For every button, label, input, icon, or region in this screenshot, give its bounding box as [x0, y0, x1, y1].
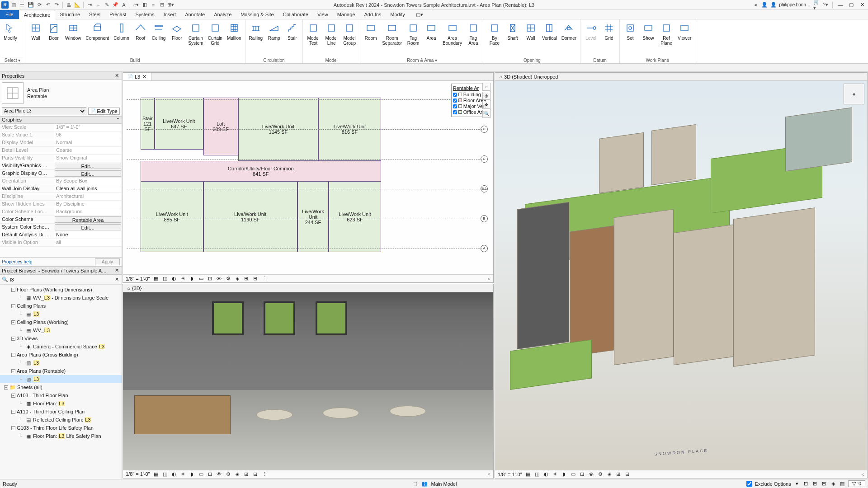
- qat-switch-icon[interactable]: ⊞▾: [167, 1, 174, 9]
- vc-detail-icon[interactable]: ◫: [534, 471, 540, 478]
- panel-label[interactable]: Room & Area ▾: [362, 57, 482, 63]
- expand-icon[interactable]: −: [11, 369, 15, 373]
- ribbon-areaboundary-button[interactable]: Area Boundary: [441, 20, 464, 57]
- maximize-button[interactable]: ▢: [847, 2, 855, 8]
- vc-reveal-icon[interactable]: ◈: [234, 276, 241, 282]
- ribbon-tagarea-button[interactable]: Tag Area: [465, 20, 482, 57]
- vc-unhide-icon[interactable]: 👁: [216, 471, 222, 477]
- tree-view-item[interactable]: └▧L3: [0, 375, 122, 383]
- expand-icon[interactable]: −: [11, 353, 15, 357]
- menu-collaborate[interactable]: Collaborate: [278, 10, 313, 19]
- qat-align-icon[interactable]: ⇥: [86, 1, 93, 9]
- plan-room[interactable]: Live/Work Unit885 SF: [141, 181, 203, 252]
- menu-manage[interactable]: Manage: [333, 10, 360, 19]
- plan-scale[interactable]: 1/8" = 1'-0": [126, 276, 150, 282]
- prop-row[interactable]: Color SchemeRentable Area: [0, 216, 122, 224]
- close-button[interactable]: ✕: [858, 2, 866, 8]
- plan-room[interactable]: Live/Work Unit1190 SF: [203, 181, 297, 252]
- vc-cropvis-icon[interactable]: ⊡: [579, 471, 585, 478]
- vc-detail-icon[interactable]: ◫: [162, 276, 168, 282]
- ribbon-tagroom-button[interactable]: Tag Room: [405, 20, 422, 57]
- qat-dim-icon[interactable]: ↔: [94, 1, 102, 9]
- ribbon-grid-button[interactable]: Grid: [600, 20, 618, 57]
- status-select1-icon[interactable]: ⊡: [803, 481, 809, 487]
- expand-icon[interactable]: −: [11, 337, 15, 341]
- vc-shadow-icon[interactable]: ◗: [189, 276, 195, 282]
- vc-crop-icon[interactable]: ▭: [198, 471, 204, 477]
- menu-systems[interactable]: Systems: [131, 10, 159, 19]
- vc-temp-icon[interactable]: ⚙: [225, 471, 231, 477]
- prop-row[interactable]: Color Scheme Loc…Background: [0, 208, 122, 216]
- vc-vis-icon[interactable]: ⊟: [252, 276, 259, 282]
- tree-branch[interactable]: −Floor Plans (Working Dimensions): [0, 286, 122, 294]
- apply-button[interactable]: Apply: [95, 258, 120, 265]
- menu-architecture[interactable]: Architecture: [19, 10, 56, 19]
- ribbon-window-button[interactable]: Window: [63, 20, 83, 57]
- plan-room[interactable]: Loft289 SF: [203, 98, 238, 155]
- prop-row[interactable]: Graphic Display O…Edit…: [0, 170, 122, 178]
- prop-row[interactable]: Visible In Optionall: [0, 239, 122, 247]
- menu-steel[interactable]: Steel: [85, 10, 105, 19]
- status-main-model[interactable]: Main Model: [431, 481, 457, 487]
- plan-room[interactable]: Live/Work Unit244 SF: [297, 181, 329, 252]
- vc-sun-icon[interactable]: ☀: [552, 471, 558, 478]
- shaded-canvas[interactable]: SNOWDON PLACE ◈: [495, 81, 867, 470]
- prop-row[interactable]: View Scale1/8" = 1'-0": [0, 124, 122, 131]
- ribbon-mullion-button[interactable]: Mullion: [225, 20, 243, 57]
- qat-open-icon[interactable]: ▤: [10, 1, 17, 9]
- vc-crop-icon[interactable]: ▭: [570, 471, 576, 478]
- user-name[interactable]: philippe.bonn…: [779, 2, 811, 7]
- prop-row[interactable]: OrientationBy Scope Box: [0, 178, 122, 185]
- vc-cons-icon[interactable]: ⊞: [243, 276, 250, 282]
- prop-row[interactable]: Visibility/Graphics …Edit…: [0, 162, 122, 170]
- prop-category[interactable]: Graphics⌃: [0, 116, 122, 124]
- modify-button[interactable]: Modify: [2, 20, 19, 57]
- menu-addins[interactable]: Add-Ins: [359, 10, 386, 19]
- vc-vis-icon[interactable]: ⊟: [252, 471, 259, 477]
- vc-display-icon[interactable]: ▦: [525, 471, 531, 478]
- type-selector[interactable]: Area Plan Rentable: [0, 80, 122, 106]
- properties-close-icon[interactable]: ✕: [113, 73, 120, 79]
- ribbon-curtainsystem-button[interactable]: Curtain System: [186, 20, 205, 57]
- qat-sync-icon[interactable]: ⟳: [36, 1, 43, 9]
- ribbon-show-button[interactable]: Show: [640, 20, 657, 57]
- vc-more-icon[interactable]: ⋮: [261, 471, 268, 477]
- ribbon-set-button[interactable]: Set: [622, 20, 639, 57]
- plan-room[interactable]: Live/Work Unit647 SF: [155, 98, 203, 150]
- vc-cons-icon[interactable]: ⊞: [615, 471, 622, 478]
- ribbon-ceiling-button[interactable]: Ceiling: [150, 20, 168, 57]
- selection-count[interactable]: ▽ :0: [848, 480, 865, 487]
- expand-icon[interactable]: −: [4, 385, 8, 389]
- prop-row[interactable]: DisciplineArchitectural: [0, 193, 122, 201]
- ribbon-byface-button[interactable]: By Face: [486, 20, 503, 57]
- vc-reveal-icon[interactable]: ◈: [234, 471, 241, 477]
- qat-open2-icon[interactable]: ☰: [19, 1, 26, 9]
- tree-view-item[interactable]: └▤Reflected Ceiling Plan: L3: [0, 416, 122, 424]
- ribbon-refplane-button[interactable]: Ref Plane: [658, 20, 675, 57]
- plan-tab[interactable]: 📄 L3✕: [123, 73, 151, 80]
- user-icon[interactable]: 👤: [770, 1, 777, 9]
- ribbon-railing-button[interactable]: Railing: [247, 20, 265, 57]
- tree-view-item[interactable]: └▤L3: [0, 310, 122, 318]
- browser-search-clear-icon[interactable]: ✕: [113, 277, 120, 283]
- vc-sun-icon[interactable]: ☀: [180, 276, 186, 282]
- tree-branch[interactable]: −📁Sheets (all): [0, 383, 122, 391]
- select-panel-label[interactable]: Select ▾: [2, 57, 23, 63]
- menu-analyze[interactable]: Analyze: [209, 10, 236, 19]
- tree-view-item[interactable]: └▦WV_L3 - Dimensions Large Scale: [0, 294, 122, 302]
- ribbon-room-button[interactable]: Room: [362, 20, 379, 57]
- nav-wheel-icon[interactable]: ◎: [482, 92, 491, 100]
- tree-view-item[interactable]: └▧L3: [0, 359, 122, 367]
- interior-scale[interactable]: 1/8" = 1'-0": [126, 471, 150, 477]
- qat-text-icon[interactable]: A: [120, 1, 127, 9]
- status-worksets-icon[interactable]: 👥: [421, 481, 428, 487]
- view-cube[interactable]: ◈: [844, 84, 864, 104]
- qat-tag-icon[interactable]: ✎: [103, 1, 110, 9]
- vc-shadow-icon[interactable]: ◗: [561, 471, 567, 478]
- menu-view[interactable]: View: [313, 10, 333, 19]
- vc-unhide-icon[interactable]: 👁: [588, 471, 594, 478]
- plan-canvas[interactable]: ⌂ ◎ ✥ 🔍 Stair121 SF Live/Work Unit647 SF…: [123, 81, 493, 274]
- vc-vis-icon[interactable]: ⊟: [624, 471, 631, 478]
- ribbon-vertical-button[interactable]: Vertical: [540, 20, 559, 57]
- menu-modify[interactable]: Modify: [386, 10, 409, 19]
